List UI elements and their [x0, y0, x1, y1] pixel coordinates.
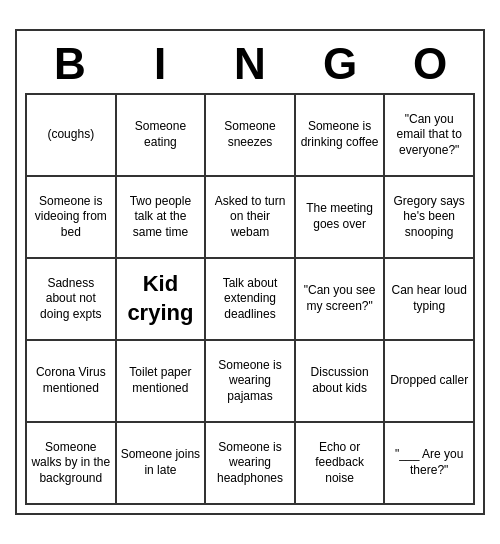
- bingo-cell: Toilet paper mentioned: [117, 341, 207, 423]
- bingo-cell: Someone walks by in the background: [27, 423, 117, 505]
- bingo-cell: Someone is wearing headphones: [206, 423, 296, 505]
- bingo-letter: N: [209, 39, 291, 89]
- bingo-cell: The meeting goes over: [296, 177, 386, 259]
- bingo-letter: G: [299, 39, 381, 89]
- bingo-cell: Discussion about kids: [296, 341, 386, 423]
- bingo-letter: I: [119, 39, 201, 89]
- bingo-cell: Gregory says he's been snooping: [385, 177, 475, 259]
- bingo-cell: Someone sneezes: [206, 95, 296, 177]
- bingo-grid: (coughs)Someone eatingSomeone sneezesSom…: [25, 93, 475, 505]
- bingo-cell: "Can you email that to everyone?": [385, 95, 475, 177]
- bingo-cell: Sadness about not doing expts: [27, 259, 117, 341]
- bingo-cell: Kid crying: [117, 259, 207, 341]
- bingo-cell: "___ Are you there?": [385, 423, 475, 505]
- bingo-letter: B: [29, 39, 111, 89]
- bingo-cell: Echo or feedback noise: [296, 423, 386, 505]
- bingo-cell: Two people talk at the same time: [117, 177, 207, 259]
- bingo-cell: Someone is drinking coffee: [296, 95, 386, 177]
- bingo-cell: Someone joins in late: [117, 423, 207, 505]
- bingo-cell: Someone is videoing from bed: [27, 177, 117, 259]
- bingo-cell: (coughs): [27, 95, 117, 177]
- bingo-title: BINGO: [25, 39, 475, 89]
- bingo-card: BINGO (coughs)Someone eatingSomeone snee…: [15, 29, 485, 515]
- bingo-cell: Someone is wearing pajamas: [206, 341, 296, 423]
- bingo-cell: "Can you see my screen?": [296, 259, 386, 341]
- bingo-cell: Asked to turn on their webam: [206, 177, 296, 259]
- bingo-cell: Corona Virus mentioned: [27, 341, 117, 423]
- bingo-letter: O: [389, 39, 471, 89]
- bingo-cell: Dropped caller: [385, 341, 475, 423]
- bingo-cell: Talk about extending deadlines: [206, 259, 296, 341]
- bingo-cell: Can hear loud typing: [385, 259, 475, 341]
- bingo-cell: Someone eating: [117, 95, 207, 177]
